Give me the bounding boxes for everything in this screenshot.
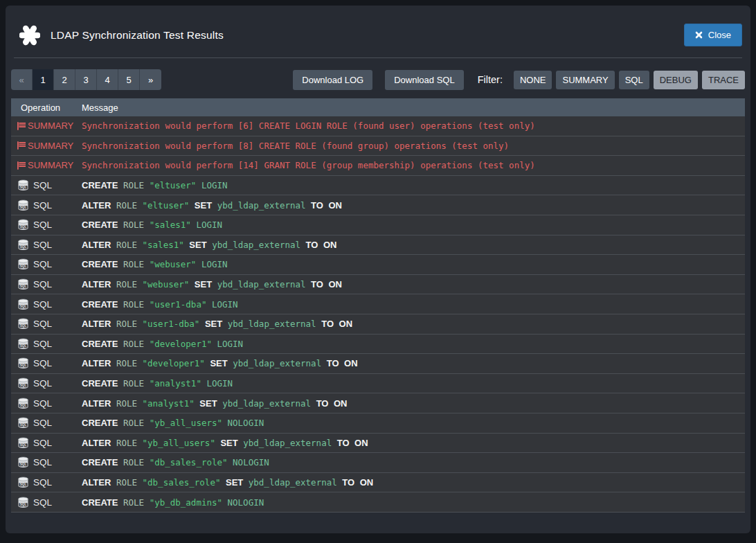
database-icon: SQL	[17, 417, 32, 429]
message-cell: CREATE ROLE "sales1" LOGIN	[82, 220, 745, 230]
operation-cell: SQLSQL	[11, 219, 82, 231]
sql-token: ALTER	[82, 279, 111, 290]
message-cell: CREATE ROLE "developer1" LOGIN	[82, 339, 745, 349]
sql-token: ROLE	[116, 438, 137, 448]
table-row: SQLSQLALTER ROLE "analyst1" SET ybd_ldap…	[11, 393, 745, 413]
pagination-next[interactable]: »	[140, 69, 161, 90]
download-log-button[interactable]: Download LOG	[293, 70, 372, 90]
operation-cell: SUMMARY	[11, 160, 82, 170]
sql-token: ON	[339, 319, 353, 329]
sql-token: TO	[327, 358, 339, 368]
operation-label: SQL	[33, 180, 52, 190]
operation-label: SQL	[33, 339, 52, 349]
sql-token: "eltuser"	[150, 180, 197, 190]
operation-label: SQL	[33, 220, 52, 230]
table-row: SUMMARYSynchronization would perform [8]…	[11, 136, 745, 157]
sql-token: ALTER	[82, 319, 111, 329]
operation-cell: SQLSQL	[11, 258, 82, 270]
sql-token: "sales1"	[150, 220, 191, 230]
sql-token: ROLE	[123, 378, 144, 389]
download-sql-button[interactable]: Download SQL	[385, 70, 463, 90]
sql-token: SET	[199, 398, 217, 409]
sql-token: ROLE	[123, 180, 144, 190]
message-cell: Synchronization would perform [14] GRANT…	[82, 160, 745, 170]
sql-token: ALTER	[82, 477, 111, 488]
sql-token: ROLE	[116, 477, 137, 488]
sql-token: NOLOGIN	[233, 457, 269, 468]
toolbar-right: Download LOG Download SQL Filter: NONESU…	[293, 70, 745, 90]
sql-token: ON	[344, 358, 358, 368]
svg-text:SQL: SQL	[20, 423, 27, 427]
database-icon: SQL	[17, 338, 32, 350]
asterisk-icon	[19, 25, 40, 46]
message-cell: CREATE ROLE "eltuser" LOGIN	[82, 180, 745, 190]
filter-button-none[interactable]: NONE	[514, 71, 552, 89]
sql-token: ROLE	[123, 299, 144, 310]
sql-token: CREATE	[82, 259, 118, 269]
filter-button-trace[interactable]: TRACE	[702, 71, 745, 89]
table-row: SUMMARYSynchronization would perform [6]…	[11, 116, 745, 136]
pagination-page-1[interactable]: 1	[33, 69, 54, 90]
close-button[interactable]: Close	[684, 24, 742, 46]
svg-text:SQL: SQL	[20, 265, 27, 268]
sql-token: ybd_ldap_external	[249, 477, 337, 488]
sql-token: TO	[321, 319, 334, 329]
sql-token: "user1-dba"	[143, 319, 200, 329]
sql-token: CREATE	[82, 220, 118, 230]
database-icon: SQL	[17, 377, 32, 389]
svg-text:SQL: SQL	[20, 503, 27, 506]
table-body: SUMMARYSynchronization would perform [6]…	[11, 116, 745, 513]
pagination: «12345»	[11, 69, 161, 90]
operation-cell: SQLSQL	[11, 477, 82, 488]
filter-buttons: NONESUMMARYSQLDEBUGTRACE	[510, 71, 745, 89]
svg-text:SQL: SQL	[20, 285, 27, 288]
database-icon: SQL	[17, 437, 32, 449]
message-cell: CREATE ROLE "yb_all_users" NOLOGIN	[82, 418, 745, 428]
database-icon: SQL	[17, 278, 32, 290]
message-cell: ALTER ROLE "user1-dba" SET ybd_ldap_exte…	[82, 319, 745, 329]
pagination-page-3[interactable]: 3	[75, 69, 97, 90]
sql-token: "yb_all_users"	[150, 418, 222, 428]
svg-text:SQL: SQL	[20, 443, 27, 447]
database-icon: SQL	[17, 318, 32, 330]
message-cell: Synchronization would perform [8] CREATE…	[82, 141, 745, 151]
database-icon: SQL	[17, 357, 32, 369]
sql-token: ON	[354, 438, 368, 448]
pagination-page-5[interactable]: 5	[118, 69, 140, 90]
flag-icon	[17, 121, 26, 131]
pagination-page-4[interactable]: 4	[97, 69, 118, 90]
filter-button-debug[interactable]: DEBUG	[654, 71, 698, 89]
operation-cell: SQLSQL	[11, 398, 82, 409]
message-cell: ALTER ROLE "eltuser" SET ybd_ldap_extern…	[82, 200, 745, 211]
pagination-page-2[interactable]: 2	[54, 69, 75, 90]
toolbar: «12345» Download LOG Download SQL Filter…	[11, 69, 745, 90]
table-row: SQLSQLALTER ROLE "eltuser" SET ybd_ldap_…	[11, 195, 745, 215]
sql-token: "sales1"	[143, 240, 184, 250]
operation-cell: SUMMARY	[11, 141, 82, 151]
operation-label: SQL	[33, 497, 52, 508]
operation-cell: SQLSQL	[11, 338, 82, 350]
sql-token: "webuser"	[150, 259, 197, 269]
table-row: SQLSQLALTER ROLE "developer1" SET ybd_ld…	[11, 354, 745, 374]
table-row: SQLSQLCREATE ROLE "yb_db_admins" NOLOGIN	[11, 492, 745, 513]
svg-text:SQL: SQL	[20, 186, 27, 189]
filter-button-sql[interactable]: SQL	[619, 71, 649, 89]
operation-cell: SUMMARY	[11, 121, 82, 131]
svg-text:SQL: SQL	[20, 324, 27, 328]
sql-token: "yb_db_admins"	[150, 497, 222, 508]
sql-token: ybd_ldap_external	[243, 438, 332, 448]
title-group: LDAP Synchronization Test Results	[19, 25, 224, 46]
table-row: SQLSQLCREATE ROLE "user1-dba" LOGIN	[11, 294, 745, 314]
sql-token: TO	[311, 279, 323, 290]
message-cell: CREATE ROLE "analyst1" LOGIN	[82, 378, 745, 389]
table-header-row: Operation Message	[11, 98, 745, 116]
svg-text:SQL: SQL	[20, 463, 27, 466]
ldap-sync-results-panel: LDAP Synchronization Test Results Close …	[6, 6, 750, 533]
filter-button-summary[interactable]: SUMMARY	[556, 71, 614, 89]
close-button-label: Close	[708, 30, 731, 40]
operation-label: SUMMARY	[28, 160, 73, 170]
message-cell: ALTER ROLE "db_sales_role" SET ybd_ldap_…	[82, 477, 745, 488]
sql-token: CREATE	[82, 378, 118, 389]
sql-token: SET	[210, 358, 227, 368]
svg-text:SQL: SQL	[20, 364, 27, 367]
